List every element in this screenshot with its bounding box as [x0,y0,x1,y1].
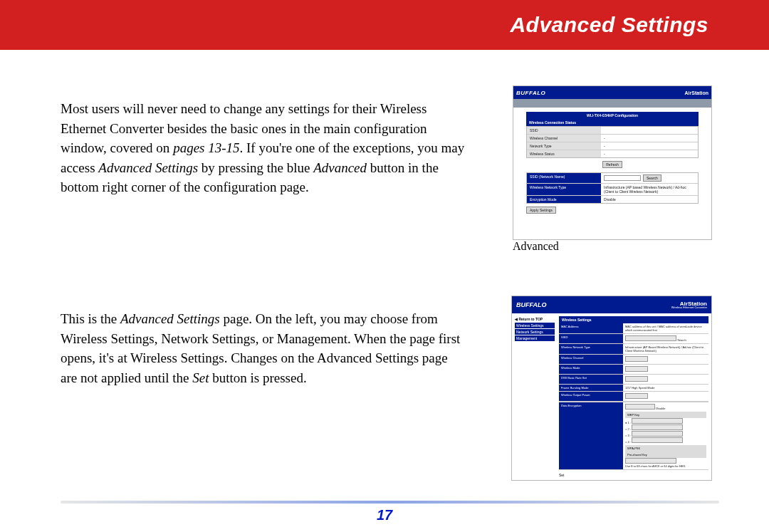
shot2-nav: ◀ Return to TOP Wireless Settings Networ… [515,316,555,477]
cell: Network Type [527,142,601,150]
shot2-body: ◀ Return to TOP Wireless Settings Networ… [512,313,711,480]
set-button[interactable]: Set [559,473,565,477]
nav-item-network[interactable]: Network Settings [515,329,555,335]
emphasis: Advanced Settings [120,311,220,326]
cell [601,127,698,134]
cell: SSID [559,334,623,343]
psk-note: Use 8 to 63 chars for ASCII or 64 digits… [625,464,706,468]
cell: Infrastructure (AP Based Wireless Networ… [623,344,708,354]
cell: Wireless Mode [559,365,623,374]
wep-key-label: WEP Key [625,412,706,418]
cell: SSID (Network Name) [527,173,601,183]
shot1-cfg-title: WLI-TX4-G54HP Configuration [526,112,699,119]
shot1-status-header: Wireless Connection Status [526,119,699,126]
text: This is the [61,311,120,326]
footer-divider [61,501,719,504]
cell [623,365,708,374]
shot1-status-table: SSID Wireless Channel- Network Type- Wir… [526,126,699,158]
airstation-logo: AirStation [685,90,708,95]
emphasis: pages 13-15 [173,140,239,155]
psk-label: Pre-shared Key [625,452,706,458]
cell: Wireless Network Type [527,184,601,195]
apply-row: Apply Settings [526,207,699,214]
cell: - [601,135,698,142]
cell: Frame Bursting Mode [559,385,623,391]
nav-item-wireless[interactable]: Wireless Settings [515,323,555,328]
header-band: Advanced Settings [0,0,769,50]
shot2-main: Wireless Settings MAC AddressMAC address… [559,316,708,477]
text: button is pressed. [209,370,306,385]
nav-item-management[interactable]: Management [515,335,555,341]
brand-logo: BUFFALO [516,301,547,308]
page-title: Advanced Settings [510,13,708,37]
search-button[interactable]: Search [643,174,661,182]
wpa-label: WPA-PSK [625,445,706,452]
paragraph-1: Most users will never need to change any… [61,99,466,197]
screenshot-1-wrap: BUFFALO AirStation WLI-TX4-G54HP Configu… [513,85,712,253]
cell: MAC address of this unit / MAC address o… [623,323,708,333]
refresh-row: Refresh [526,161,699,168]
search-button[interactable]: Search [677,338,686,342]
cell: 125* High Speed Mode [623,385,708,391]
enc-cell: Disable WEP Key ● 1 : ○ 2 : ○ 3 : ○ 4 : … [623,402,708,469]
shot1-subbar [513,99,711,108]
return-link[interactable]: ◀ Return to TOP [515,316,555,323]
cell: Wireless Output Power [559,392,623,401]
cell: Infrastructure (AP based Wireless Networ… [601,184,698,195]
cell: DSS Basic Rate Set [559,375,623,384]
emphasis: Advanced [313,160,367,175]
airstation-logo: AirStation Wireless Ethernet Converter [671,301,707,309]
cell: Wireless Channel [559,355,623,364]
cell: Wireless Status [527,150,601,157]
content-area: Most users will never need to change any… [61,85,712,523]
paragraph-2: This is the Advanced Settings page. On t… [61,309,466,387]
advanced-button[interactable]: Advanced [513,240,712,253]
cell: - [601,150,698,157]
emphasis: Set [192,370,209,385]
cell [623,392,708,401]
emphasis: Advanced Settings [98,160,198,175]
enc-mode: Disable [656,407,665,410]
refresh-button[interactable]: Refresh [602,161,622,168]
text: by pressing the blue [198,160,313,175]
cell: Wireless Channel [527,135,601,142]
air-sub: Wireless Ethernet Converter [671,306,707,309]
cell: Disable [601,196,698,203]
shot2-topbar: BUFFALO AirStation Wireless Ethernet Con… [512,296,711,313]
cell: - [601,142,698,150]
section-2: This is the Advanced Settings page. On t… [61,296,712,481]
cell [623,375,708,384]
cell: MAC Address [559,323,623,333]
screenshot-2: BUFFALO AirStation Wireless Ethernet Con… [511,296,712,481]
brand-logo: BUFFALO [516,90,545,96]
cell: SSID [527,127,601,134]
page-number: 17 [0,507,769,523]
apply-button[interactable]: Apply Settings [526,207,556,214]
manual-page: Advanced Settings Most users will never … [0,0,769,532]
shot1-config-table: SSID (Network Name)Search Wireless Netwo… [526,172,699,204]
data-encryption-label: Data Encryption [559,402,623,469]
cell [623,355,708,364]
screenshot-1: BUFFALO AirStation WLI-TX4-G54HP Configu… [513,85,712,240]
cell: Encryption Mode [527,196,601,203]
section-1: Most users will never need to change any… [61,85,712,253]
cell: Search [623,334,708,343]
cell: Search [601,173,698,183]
shot1-topbar: BUFFALO AirStation [513,86,711,99]
wireless-settings-header: Wireless Settings [559,316,708,323]
set-row: Set [559,473,708,477]
cell: Wireless Network Type [559,344,623,354]
